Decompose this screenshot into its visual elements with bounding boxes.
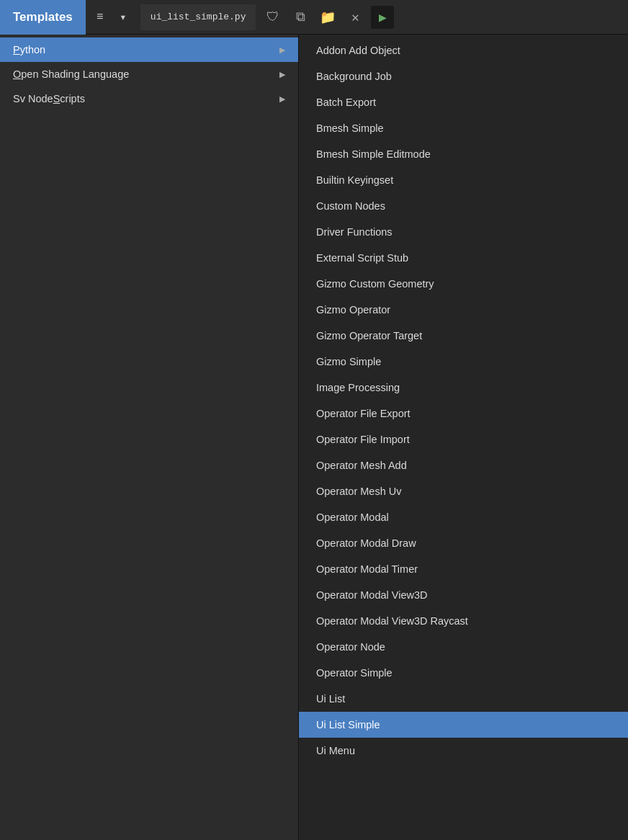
template-item-bmesh-simple[interactable]: Bmesh Simple [299,115,628,141]
template-item-operator-node[interactable]: Operator Node [299,634,628,660]
list-icon[interactable]: ≡ [90,7,110,27]
template-item-operator-modal-view3d-raycast[interactable]: Operator Modal View3D Raycast [299,608,628,634]
top-bar-right-icons: 🛡 ⧉ 📁 ✕ ▶ [261,6,394,29]
template-item-driver-functions[interactable]: Driver Functions [299,219,628,245]
template-item-operator-modal[interactable]: Operator Modal [299,504,628,530]
template-item-custom-nodes[interactable]: Custom Nodes [299,193,628,219]
template-item-operator-modal-timer[interactable]: Operator Modal Timer [299,556,628,582]
dropdown-overlay: Python ▶ Open Shading Language ▶ Sv Node… [0,35,628,840]
chevron-down-icon[interactable]: ▾ [113,7,133,27]
templates-list: Addon Add ObjectBackground JobBatch Expo… [299,35,628,840]
template-item-builtin-keyingset[interactable]: Builtin Keyingset [299,167,628,193]
template-item-gizmo-custom-geometry[interactable]: Gizmo Custom Geometry [299,271,628,297]
submenu-item-osl[interactable]: Open Shading Language ▶ [0,62,298,86]
template-item-bmesh-simple-editmode[interactable]: Bmesh Simple Editmode [299,141,628,167]
template-item-external-script-stub[interactable]: External Script Stub [299,245,628,271]
template-item-background-job[interactable]: Background Job [299,63,628,89]
play-icon[interactable]: ▶ [371,6,394,29]
folder-icon[interactable]: 📁 [316,6,339,29]
submenu-arrow-svnodescripts: ▶ [279,94,285,104]
shield-icon[interactable]: 🛡 [261,6,284,29]
submenu-item-svnodescripts[interactable]: Sv NodeScripts ▶ [0,86,298,111]
template-item-batch-export[interactable]: Batch Export [299,89,628,115]
submenu-label-osl: Open Shading Language [13,68,129,80]
template-item-gizmo-simple[interactable]: Gizmo Simple [299,349,628,375]
template-item-operator-file-import[interactable]: Operator File Import [299,426,628,452]
template-item-operator-modal-view3d[interactable]: Operator Modal View3D [299,582,628,608]
template-item-addon-add-object[interactable]: Addon Add Object [299,37,628,63]
filename-tab: ui_list_simple.py [140,4,256,30]
template-item-gizmo-operator[interactable]: Gizmo Operator [299,297,628,323]
template-item-operator-modal-draw[interactable]: Operator Modal Draw [299,530,628,556]
submenu-panel: Python ▶ Open Shading Language ▶ Sv Node… [0,35,299,840]
top-bar: Templates ≡ ▾ ui_list_simple.py 🛡 ⧉ 📁 ✕ … [0,0,628,35]
copy-icon[interactable]: ⧉ [289,6,312,29]
top-bar-icons: ≡ ▾ [86,7,138,27]
submenu-label-svnodescripts: Sv NodeScripts [13,93,85,104]
submenu-item-python[interactable]: Python ▶ [0,37,298,62]
template-item-ui-menu[interactable]: Ui Menu [299,738,628,764]
submenu-arrow-osl: ▶ [279,70,285,79]
template-item-operator-mesh-uv[interactable]: Operator Mesh Uv [299,478,628,504]
template-item-operator-mesh-add[interactable]: Operator Mesh Add [299,452,628,478]
template-item-operator-simple[interactable]: Operator Simple [299,660,628,686]
submenu-arrow-python: ▶ [279,45,285,55]
template-item-ui-list-simple[interactable]: Ui List Simple [299,712,628,738]
templates-button[interactable]: Templates [0,0,86,35]
template-item-image-processing[interactable]: Image Processing [299,375,628,401]
template-item-gizmo-operator-target[interactable]: Gizmo Operator Target [299,323,628,349]
template-item-operator-file-export[interactable]: Operator File Export [299,401,628,426]
close-icon[interactable]: ✕ [344,6,367,29]
template-item-ui-list[interactable]: Ui List [299,686,628,712]
submenu-label-python: Python [13,44,45,55]
